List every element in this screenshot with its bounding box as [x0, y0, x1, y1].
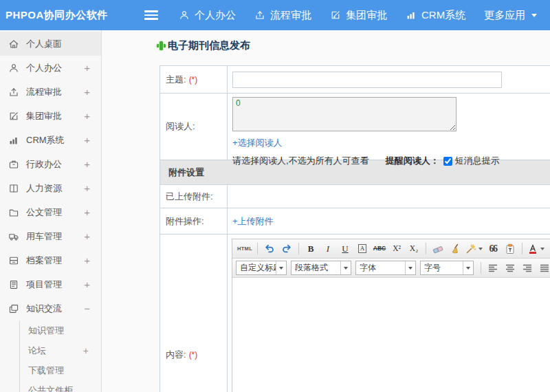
- expand-icon[interactable]: +: [84, 63, 90, 73]
- sidebar-subitem-knowledge-mgmt[interactable]: 知识管理: [20, 320, 101, 340]
- source-code-button-glyph: HTML: [237, 246, 252, 252]
- sidebar-item-crm[interactable]: CRM系统+: [0, 128, 101, 152]
- custom-title-select[interactable]: 自定义标题: [236, 261, 287, 275]
- briefcase-icon: [8, 159, 19, 170]
- add-icon: [157, 41, 166, 50]
- uploaded-attachments-value: [228, 185, 550, 208]
- subject-row: 主题:(*): [160, 66, 550, 94]
- superscript-button[interactable]: X²: [388, 241, 405, 256]
- caret-down-icon: [540, 248, 544, 250]
- sidebar-subitem-forum[interactable]: 论坛+: [20, 340, 101, 360]
- caret-down-icon: [340, 261, 351, 274]
- custom-title-select-value: 自定义标题: [236, 261, 276, 274]
- underline-button[interactable]: U: [337, 241, 353, 256]
- folder-icon: [8, 207, 19, 218]
- superscript-button-glyph: X²: [393, 245, 401, 253]
- subscript-button[interactable]: X₂: [406, 241, 422, 256]
- required-mark: (*): [189, 75, 198, 85]
- topnav-item-group-approval[interactable]: 集团审批: [330, 9, 387, 22]
- caret-down-icon: [276, 261, 286, 274]
- archive-icon: [8, 255, 19, 266]
- topnav-item-workflow-approval[interactable]: 流程审批: [254, 9, 311, 22]
- sidebar-item-admin-office[interactable]: 行政办公+: [0, 152, 101, 176]
- sidebar-item-desktop[interactable]: 个人桌面: [0, 32, 101, 56]
- font-family-select[interactable]: 字体: [355, 261, 416, 275]
- share-icon: [8, 87, 19, 98]
- sidebar-item-archives[interactable]: 档案管理+: [0, 248, 101, 272]
- sidebar-subitem-download-mgmt[interactable]: 下载管理: [20, 360, 101, 380]
- subject-label: 主题:(*): [160, 66, 228, 93]
- app-window: PHPOA协同办公软件 个人办公流程审批集团审批CRM系统更多应用 个人桌面个人…: [0, 0, 550, 392]
- subject-input[interactable]: [232, 72, 502, 88]
- align-right-icon[interactable]: [519, 261, 536, 275]
- expand-icon[interactable]: +: [83, 346, 89, 356]
- sidebar-item-group-approval[interactable]: 集团审批+: [0, 104, 101, 128]
- align-right-icon: [522, 263, 533, 274]
- sidebar-item-label: 个人桌面: [26, 38, 90, 50]
- expand-icon[interactable]: +: [84, 279, 90, 290]
- chart-icon: [8, 135, 19, 146]
- caret-down-icon: [478, 248, 483, 250]
- expand-icon[interactable]: +: [84, 159, 90, 169]
- source-code-button[interactable]: HTML: [236, 241, 254, 256]
- menu-toggle-icon[interactable]: [144, 10, 158, 20]
- share-icon: [254, 10, 265, 21]
- editor-toolbar-row-2: 自定义标题段落格式字体字号: [232, 259, 550, 278]
- choose-readers-link[interactable]: +选择阅读人: [232, 137, 283, 149]
- sidebar-item-label: 公文管理: [26, 206, 84, 219]
- expand-icon[interactable]: +: [84, 207, 90, 217]
- font-size-select[interactable]: 字号: [420, 261, 474, 275]
- book-icon: [8, 183, 19, 194]
- italic-button[interactable]: I: [320, 241, 336, 256]
- font-color-icon[interactable]: [526, 241, 546, 256]
- topnav-item-more-apps[interactable]: 更多应用: [484, 9, 537, 22]
- strikethrough-button[interactable]: ABC: [371, 241, 388, 256]
- publish-form: 主题:(*) 阅读人: 0 +选择阅读人 请选择阅读人,不选为所有人可查看: [160, 65, 550, 392]
- undo-icon[interactable]: [261, 241, 278, 256]
- align-center-icon[interactable]: [502, 261, 518, 275]
- format-brush-icon[interactable]: [447, 241, 463, 256]
- redo-icon[interactable]: [278, 241, 295, 256]
- sidebar-subitem-label: 下载管理: [28, 364, 89, 377]
- sidebar-item-vehicle[interactable]: 用车管理+: [0, 224, 101, 248]
- readers-textarea[interactable]: 0: [232, 97, 456, 131]
- align-justify-icon[interactable]: [536, 261, 550, 275]
- topbar: PHPOA协同办公软件 个人办公流程审批集团审批CRM系统更多应用: [0, 0, 550, 30]
- remove-format-icon[interactable]: [430, 241, 446, 256]
- expand-icon[interactable]: +: [84, 231, 90, 241]
- collapse-icon[interactable]: −: [84, 303, 90, 314]
- sidebar-item-official-docs[interactable]: 公文管理+: [0, 200, 101, 224]
- expand-icon[interactable]: +: [84, 87, 90, 97]
- font-family-select-value: 字体: [356, 261, 405, 274]
- expand-icon[interactable]: +: [84, 255, 90, 265]
- readers-row: 阅读人: 0 +选择阅读人 请选择阅读人,不选为所有人可查看 提醒阅读人： 短消…: [160, 94, 550, 160]
- topnav-item-personal-office[interactable]: 个人办公: [179, 9, 236, 22]
- highlight-color-icon[interactable]: [547, 241, 550, 256]
- expand-icon[interactable]: +: [84, 111, 90, 121]
- sidebar-item-personal-office[interactable]: 个人办公+: [0, 56, 101, 80]
- sidebar-subitem-public-files[interactable]: 公共文件柜: [20, 380, 101, 392]
- topnav-label: CRM系统: [421, 9, 465, 22]
- blockquote-button-glyph: 66: [490, 244, 497, 254]
- sidebar-item-workflow-approval[interactable]: 流程审批+: [0, 80, 101, 104]
- expand-icon[interactable]: +: [84, 183, 90, 193]
- sidebar-item-projects[interactable]: 项目管理+: [0, 272, 101, 296]
- topnav-item-crm[interactable]: CRM系统: [406, 9, 465, 22]
- sidebar-item-hr[interactable]: 人力资源+: [0, 176, 101, 200]
- sms-notify-checkbox[interactable]: [443, 157, 452, 166]
- editor-content-area[interactable]: [232, 278, 550, 392]
- char-border-button-glyph: A: [358, 244, 367, 253]
- auto-typeset-icon[interactable]: [464, 241, 484, 256]
- toolbar-separator: [522, 243, 522, 254]
- bold-button[interactable]: B: [302, 241, 319, 256]
- expand-icon[interactable]: +: [84, 135, 90, 145]
- sidebar-item-knowledge[interactable]: 知识交流−: [0, 296, 101, 320]
- char-border-button[interactable]: A: [354, 241, 371, 256]
- paragraph-format-select[interactable]: 段落格式: [291, 261, 351, 275]
- upload-attachment-link[interactable]: +上传附件: [232, 215, 274, 228]
- blockquote-button[interactable]: 66: [485, 241, 501, 256]
- home-icon: [8, 39, 19, 50]
- paste-plain-text-icon[interactable]: [502, 241, 518, 256]
- align-left-icon[interactable]: [485, 261, 501, 275]
- sidebar-subitem-label: 公共文件柜: [28, 384, 89, 392]
